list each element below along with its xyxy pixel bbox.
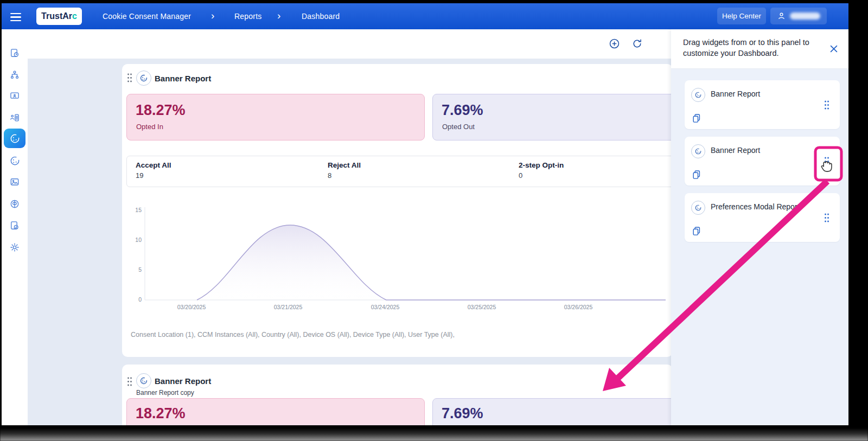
cookie-widget-icon xyxy=(136,71,151,86)
close-panel-icon[interactable] xyxy=(829,44,839,54)
widget-title: Banner Report xyxy=(155,376,211,386)
help-center-button[interactable]: Help Center xyxy=(717,8,766,24)
opted-out-value: 7.69% xyxy=(442,102,483,119)
y-tick-0: 0 xyxy=(138,296,142,303)
cookie-widget-icon xyxy=(691,88,705,102)
widget-title: Banner Report xyxy=(155,74,211,83)
x-tick-1: 03/20/2025 xyxy=(177,304,206,310)
cookie-icon xyxy=(9,133,21,144)
area-fill xyxy=(197,225,666,300)
panel-widget-preferences-modal-report[interactable]: Preferences Modal Report xyxy=(685,193,840,242)
widget-drag-handle[interactable] xyxy=(126,376,133,387)
panel-widget-banner-report-1[interactable]: Banner Report xyxy=(685,80,840,129)
sidebar-item-banner-preview[interactable] xyxy=(4,86,25,106)
stat-value: 8 xyxy=(328,171,361,180)
hamburger-menu-icon[interactable] xyxy=(10,11,22,22)
screenshot-bottom-shadow xyxy=(0,428,868,441)
widget-drag-handle[interactable] xyxy=(126,73,133,84)
consent-trend-area-chart: 15 10 5 0 03/20/2025 03/21/2025 03/24/20… xyxy=(122,199,673,314)
refresh-button[interactable] xyxy=(629,35,645,52)
app-screen: TrustArc Cookie Consent Manager › Report… xyxy=(2,3,848,425)
copy-widget-icon[interactable] xyxy=(691,113,702,124)
refresh-icon xyxy=(631,38,643,49)
panel-widget-drag-handle[interactable] xyxy=(824,213,830,223)
y-tick-5: 5 xyxy=(138,266,142,273)
doc-gauge-icon xyxy=(9,220,20,231)
widget-customize-panel: Drag widgets from or to this panel to cu… xyxy=(671,29,848,425)
sidebar-item-cookie-report[interactable] xyxy=(4,151,25,170)
stat-label: 2-step Opt-in xyxy=(519,161,564,169)
stat-accept-all: Accept All 19 xyxy=(136,161,171,180)
sidebar-item-doc-gauge[interactable] xyxy=(4,216,25,235)
opted-in-value: 18.27% xyxy=(136,405,186,422)
trustarc-logo[interactable]: TrustArc xyxy=(36,8,82,25)
panel-widget-banner-report-2[interactable]: Banner Report xyxy=(685,137,840,186)
sidebar-item-org-chart[interactable] xyxy=(4,65,25,85)
breadcrumb-separator: › xyxy=(211,12,214,20)
opted-out-stat-card: 7.69% Opted Out xyxy=(432,94,673,140)
panel-header: Drag widgets from or to this panel to cu… xyxy=(671,29,848,69)
cookie-widget-icon xyxy=(691,201,705,215)
sidebar-item-cookie-consent-active[interactable] xyxy=(4,129,25,148)
sidebar-item-media-report[interactable] xyxy=(4,172,25,192)
left-sidebar xyxy=(2,29,28,425)
add-circle-icon xyxy=(608,37,621,50)
breadcrumb-cookie-consent-manager[interactable]: Cookie Consent Manager xyxy=(103,12,191,21)
panel-widget-drag-handle-highlighted[interactable] xyxy=(824,156,830,167)
breadcrumb-dashboard[interactable]: Dashboard xyxy=(302,12,340,21)
opted-in-value: 18.27% xyxy=(136,102,186,119)
y-tick-10: 10 xyxy=(135,237,142,243)
widget-subtitle: Banner Report copy xyxy=(136,389,194,397)
x-tick-5: 03/26/2025 xyxy=(564,304,593,310)
media-report-icon xyxy=(9,177,20,188)
panel-widget-label: Preferences Modal Report xyxy=(711,202,799,211)
top-navbar: TrustArc Cookie Consent Manager › Report… xyxy=(2,3,848,29)
stat-label: Reject All xyxy=(328,161,361,169)
logo-text-accent: c xyxy=(72,11,77,21)
copy-widget-icon[interactable] xyxy=(691,169,702,180)
opted-in-stat-card: 18.27% Opted In xyxy=(126,94,425,140)
stat-value: 0 xyxy=(519,171,564,180)
opted-out-stat-card: 7.69% xyxy=(432,398,673,425)
breadcrumb-separator-2: › xyxy=(277,12,280,20)
consent-stats-row: Accept All 19 Reject All 8 2-step Opt-in… xyxy=(126,156,673,187)
ai-brain-icon xyxy=(9,199,20,209)
settings-gear-icon xyxy=(9,242,20,253)
user-menu-button[interactable] xyxy=(770,8,827,24)
user-icon xyxy=(777,11,786,21)
stat-label: Accept All xyxy=(136,161,171,169)
cookie-widget-icon xyxy=(136,373,151,388)
banner-preview-icon xyxy=(9,91,20,101)
panel-widget-drag-handle[interactable] xyxy=(824,100,830,111)
panel-widget-label: Banner Report xyxy=(711,146,760,155)
report-clock-icon xyxy=(9,48,20,59)
x-tick-3: 03/24/2025 xyxy=(371,304,400,310)
org-chart-icon xyxy=(9,69,20,80)
cookie-widget-icon xyxy=(691,144,705,158)
opted-out-value: 7.69% xyxy=(442,405,483,422)
banner-report-copy-widget: Banner Report Banner Report copy 18.27% … xyxy=(122,365,673,425)
sidebar-item-report-clock[interactable] xyxy=(4,43,25,63)
panel-hint-text: Drag widgets from or to this panel to cu… xyxy=(683,37,825,59)
opted-out-label: Opted Out xyxy=(442,123,475,131)
panel-widget-label: Banner Report xyxy=(711,90,760,98)
sidebar-item-ai-brain[interactable] xyxy=(4,194,25,214)
copy-widget-icon[interactable] xyxy=(691,226,702,237)
dashboard-toolbar xyxy=(28,29,671,59)
stat-two-step-opt-in: 2-step Opt-in 0 xyxy=(519,161,564,180)
add-widget-button[interactable] xyxy=(606,35,622,52)
x-tick-4: 03/25/2025 xyxy=(468,304,496,310)
user-name-redacted xyxy=(790,12,820,20)
applied-filters-text: Consent Location (1), CCM Instances (All… xyxy=(131,331,646,338)
logo-text: TrustAr xyxy=(41,11,72,21)
sidebar-item-user-form[interactable] xyxy=(4,108,25,127)
opted-in-stat-card: 18.27% xyxy=(126,398,425,425)
stat-reject-all: Reject All 8 xyxy=(328,161,361,180)
breadcrumb-reports[interactable]: Reports xyxy=(234,12,261,21)
sidebar-item-settings-gear[interactable] xyxy=(4,238,25,257)
x-tick-2: 03/21/2025 xyxy=(274,304,303,310)
stat-value: 19 xyxy=(136,171,171,180)
opted-in-label: Opted In xyxy=(136,123,163,131)
user-form-icon xyxy=(9,112,20,123)
cookie-outline-icon xyxy=(9,155,21,167)
